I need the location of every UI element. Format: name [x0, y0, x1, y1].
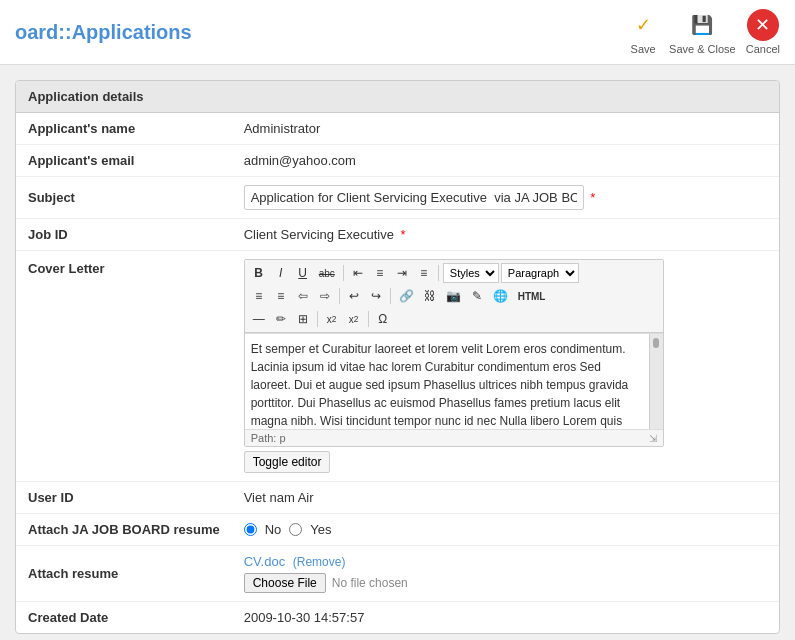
main-content: Application details Applicant's name Adm… [0, 65, 795, 640]
cover-letter-content[interactable]: Et semper et Curabitur laoreet et lorem … [245, 334, 649, 429]
cv-filename-link[interactable]: CV.doc [244, 554, 285, 569]
editor-path-bar: Path: p ⇲ [245, 429, 663, 446]
toolbar-undo[interactable]: ↩ [344, 286, 364, 306]
save-close-icon: 💾 [686, 9, 718, 41]
toolbar-separator [343, 265, 344, 281]
toolbar-format-select[interactable]: Paragraph [501, 263, 579, 283]
attach-resume-file-label: Attach resume [16, 546, 232, 602]
choose-file-button[interactable]: Choose File [244, 573, 326, 593]
toolbar-row-1: B I U abc ⇤ ≡ ⇥ ≡ S [249, 263, 659, 283]
user-id-label: User ID [16, 482, 232, 514]
toolbar-align-left[interactable]: ⇤ [348, 263, 368, 283]
toolbar-pencil[interactable]: ✎ [467, 286, 487, 306]
toolbar-image[interactable]: 📷 [442, 286, 465, 306]
toolbar-align-justify[interactable]: ≡ [414, 263, 434, 283]
cv-file-info: CV.doc (Remove) [244, 554, 767, 569]
applicant-email-value: admin@yahoo.com [232, 145, 779, 177]
table-row: User ID Viet nam Air [16, 482, 779, 514]
toolbar-underline[interactable]: U [293, 263, 313, 283]
toolbar-row-2: ≡ ≡ ⇦ ⇨ ↩ ↪ 🔗 ⛓ 📷 ✎ [249, 286, 659, 306]
file-input-row: Choose File No file chosen [244, 573, 767, 593]
editor-path-text: Path: p [251, 432, 286, 444]
toolbar-table[interactable]: ⊞ [293, 309, 313, 329]
user-id-value: Viet nam Air [232, 482, 779, 514]
table-row: Cover Letter B I U abc ⇤ ≡ [16, 251, 779, 482]
cancel-button[interactable]: ✕ Cancel [746, 9, 780, 55]
radio-yes[interactable] [289, 523, 302, 536]
table-row: Applicant's email admin@yahoo.com [16, 145, 779, 177]
toolbar-link[interactable]: 🔗 [395, 286, 418, 306]
applicant-name-label: Applicant's name [16, 113, 232, 145]
toolbar-separator [339, 288, 340, 304]
radio-no[interactable] [244, 523, 257, 536]
toolbar-separator [368, 311, 369, 327]
table-row: Applicant's name Administrator [16, 113, 779, 145]
editor-scrollbar[interactable] [649, 334, 663, 429]
save-close-button[interactable]: 💾 Save & Close [669, 9, 736, 55]
toolbar-align-center[interactable]: ≡ [370, 263, 390, 283]
toolbar-omega[interactable]: Ω [373, 309, 393, 329]
required-star: * [590, 190, 595, 205]
header-actions: ✓ Save 💾 Save & Close ✕ Cancel [627, 9, 780, 55]
save-button[interactable]: ✓ Save [627, 9, 659, 55]
header: oard::Applications ✓ Save 💾 Save & Close… [0, 0, 795, 65]
applicant-email-label: Applicant's email [16, 145, 232, 177]
radio-yes-label: Yes [310, 522, 331, 537]
toolbar-globe[interactable]: 🌐 [489, 286, 512, 306]
subject-input[interactable] [244, 185, 584, 210]
toggle-editor-button[interactable]: Toggle editor [244, 451, 331, 473]
toolbar-hr[interactable]: — [249, 309, 269, 329]
job-id-value: Client Servicing Executive [244, 227, 394, 242]
table-row: Subject * [16, 177, 779, 219]
save-icon: ✓ [627, 9, 659, 41]
toolbar-pencil2[interactable]: ✏ [271, 309, 291, 329]
form-table: Applicant's name Administrator Applicant… [16, 113, 779, 633]
toolbar-redo[interactable]: ↪ [366, 286, 386, 306]
cancel-icon: ✕ [747, 9, 779, 41]
table-row: Created Date 2009-10-30 14:57:57 [16, 602, 779, 634]
toolbar-subscript[interactable]: x2 [322, 309, 342, 329]
job-id-label: Job ID [16, 219, 232, 251]
attach-resume-label: Attach JA JOB BOARD resume [16, 514, 232, 546]
radio-group: No Yes [244, 522, 767, 537]
toolbar-ul[interactable]: ≡ [249, 286, 269, 306]
editor-content-area: Et semper et Curabitur laoreet et lorem … [245, 333, 663, 429]
toolbar-row-3: — ✏ ⊞ x2 x2 Ω [249, 309, 659, 329]
table-row: Job ID Client Servicing Executive * [16, 219, 779, 251]
toolbar-strikethrough[interactable]: abc [315, 263, 339, 283]
toolbar-separator [390, 288, 391, 304]
toolbar-bold[interactable]: B [249, 263, 269, 283]
page-title: oard::Applications [15, 21, 192, 44]
toolbar-ol[interactable]: ≡ [271, 286, 291, 306]
table-row: Attach JA JOB BOARD resume No Yes [16, 514, 779, 546]
toolbar-separator [438, 265, 439, 281]
section-title: Application details [16, 81, 779, 113]
subject-label: Subject [16, 177, 232, 219]
toolbar-styles-select[interactable]: Styles [443, 263, 499, 283]
radio-no-label: No [265, 522, 282, 537]
cover-letter-editor: B I U abc ⇤ ≡ ⇥ ≡ S [244, 259, 664, 447]
required-star: * [401, 227, 406, 242]
toolbar-unlink[interactable]: ⛓ [420, 286, 440, 306]
toolbar-html[interactable]: HTML [514, 286, 550, 306]
toolbar-outdent[interactable]: ⇦ [293, 286, 313, 306]
toolbar-superscript[interactable]: x2 [344, 309, 364, 329]
scrollbar-thumb [653, 338, 659, 348]
toolbar-align-right[interactable]: ⇥ [392, 263, 412, 283]
toolbar-italic[interactable]: I [271, 263, 291, 283]
no-file-chosen-text: No file chosen [332, 576, 408, 590]
table-row: Attach resume CV.doc (Remove) Choose Fil… [16, 546, 779, 602]
cv-remove-link[interactable]: (Remove) [293, 555, 346, 569]
application-details-panel: Application details Applicant's name Adm… [15, 80, 780, 634]
applicant-name-value: Administrator [232, 113, 779, 145]
created-date-label: Created Date [16, 602, 232, 634]
toolbar-separator [317, 311, 318, 327]
cover-letter-label: Cover Letter [16, 251, 232, 482]
editor-toolbar: B I U abc ⇤ ≡ ⇥ ≡ S [245, 260, 663, 333]
toolbar-indent[interactable]: ⇨ [315, 286, 335, 306]
created-date-value: 2009-10-30 14:57:57 [232, 602, 779, 634]
resize-handle[interactable]: ⇲ [649, 433, 657, 444]
